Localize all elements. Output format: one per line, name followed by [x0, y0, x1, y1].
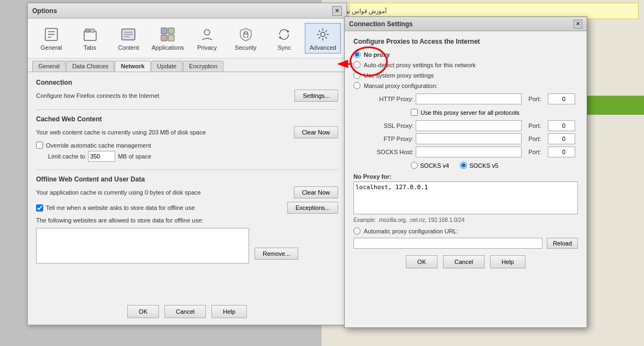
options-toolbar: General Tabs Content Applications	[28, 19, 346, 58]
offline-section: Offline Web Content and User Data Your a…	[36, 175, 338, 263]
http-proxy-input[interactable]	[416, 93, 522, 104]
tabs-icon	[81, 26, 99, 43]
auto-detect-radio[interactable]	[353, 61, 361, 68]
conn-help-button[interactable]: Help	[490, 255, 525, 268]
auto-url-radio[interactable]	[353, 227, 361, 234]
options-main-content: Connection Configure how Firefox connect…	[28, 72, 346, 278]
options-tabs-row: General Data Choices Network Update Encr…	[28, 58, 346, 72]
system-proxy-radio[interactable]	[353, 72, 361, 79]
security-icon	[237, 26, 255, 43]
ftp-port-input[interactable]	[548, 133, 575, 144]
socks-v5-radio[interactable]	[460, 162, 467, 169]
tab-network[interactable]: Network	[115, 61, 150, 72]
conn-dialog-title: Connection Settings	[349, 20, 413, 28]
use-proxy-row: Use this proxy server for all protocols	[411, 109, 578, 116]
svg-line-28	[319, 37, 321, 39]
general-icon	[43, 26, 60, 43]
ssl-proxy-label: SSL Proxy:	[364, 122, 413, 129]
tab-encryption[interactable]: Encryption	[183, 61, 223, 72]
offline-desc: Your application cache is currently usin…	[36, 189, 201, 196]
toolbar-item-general[interactable]: General	[33, 23, 69, 54]
exceptions-button[interactable]: Exceptions...	[287, 202, 338, 214]
conn-titlebar: Connection Settings ✕	[345, 17, 587, 31]
options-help-button[interactable]: Help	[211, 305, 247, 318]
radio-auto-detect: Auto-detect proxy settings for this netw…	[353, 61, 578, 68]
auto-url-input[interactable]	[353, 238, 542, 249]
conn-close-button[interactable]: ✕	[574, 20, 582, 28]
sync-icon	[275, 26, 293, 43]
settings-button[interactable]: Settings...	[294, 90, 338, 102]
ssl-port-input[interactable]	[548, 120, 575, 131]
socks-port-input[interactable]	[548, 146, 575, 157]
svg-marker-19	[279, 36, 281, 39]
svg-point-20	[321, 32, 325, 37]
tab-data-choices[interactable]: Data Choices	[66, 61, 114, 72]
example-text: Example: .mozilla.org, .net.nz, 192.168.…	[353, 217, 578, 223]
use-proxy-checkbox[interactable]	[411, 109, 418, 116]
tab-update[interactable]: Update	[151, 61, 182, 72]
radio-manual: Manual proxy configuration:	[353, 82, 578, 89]
toolbar-item-sync[interactable]: Sync	[267, 23, 303, 54]
offline-notify-checkbox[interactable]	[36, 204, 43, 212]
auto-url-label: Automatic proxy configuration URL:	[364, 228, 458, 234]
svg-marker-18	[287, 30, 289, 33]
radio-system-proxy: Use system proxy settings	[353, 72, 578, 79]
options-window: Options ✕ General Tabs Content	[27, 3, 347, 325]
toolbar-item-privacy[interactable]: Privacy	[189, 23, 225, 54]
ftp-proxy-input[interactable]	[416, 133, 522, 144]
options-bottom-buttons: OK Cancel Help	[28, 305, 346, 318]
toolbar-label-privacy: Privacy	[197, 44, 217, 51]
conn-body: Configure Proxies to Access the Internet…	[345, 31, 587, 275]
allowed-sites-textarea[interactable]	[36, 228, 249, 263]
tab-general[interactable]: General	[32, 61, 66, 72]
conn-heading: Configure Proxies to Access the Internet	[353, 38, 578, 45]
cached-clear-button[interactable]: Clear Now	[294, 126, 338, 138]
no-proxy-radio[interactable]	[353, 51, 361, 58]
manual-proxy-label: Manual proxy configuration:	[364, 83, 438, 89]
socks-version-row: SOCKS v4 SOCKS v5	[411, 162, 578, 169]
options-title: Options	[32, 7, 57, 15]
socks-host-input[interactable]	[416, 146, 522, 157]
connection-row: Configure how Firefox connects to the In…	[36, 90, 338, 102]
conn-cancel-button[interactable]: Cancel	[443, 255, 485, 268]
toolbar-item-tabs[interactable]: Tabs	[72, 23, 108, 54]
content-icon	[120, 26, 137, 43]
ssl-proxy-input[interactable]	[416, 120, 522, 131]
svg-rect-12	[168, 28, 174, 34]
toolbar-item-security[interactable]: Security	[228, 23, 264, 54]
privacy-icon	[198, 26, 216, 43]
options-close-button[interactable]: ✕	[332, 6, 342, 16]
limit-cache-input[interactable]	[88, 151, 115, 162]
toolbar-item-advanced[interactable]: Advanced	[305, 23, 341, 54]
options-ok-button[interactable]: OK	[127, 305, 159, 318]
toolbar-label-advanced: Advanced	[310, 44, 336, 51]
http-port-input[interactable]	[548, 93, 575, 104]
http-proxy-label: HTTP Proxy:	[364, 96, 413, 102]
manual-proxy-radio[interactable]	[353, 82, 361, 89]
offline-clear-button[interactable]: Clear Now	[294, 186, 338, 198]
conn-ok-button[interactable]: OK	[406, 255, 438, 268]
toolbar-item-content[interactable]: Content	[110, 23, 146, 54]
no-proxy-textarea[interactable]: localhost, 127.0.0.1	[353, 181, 578, 214]
socks-v5-label: SOCKS v5	[469, 162, 498, 169]
conn-bottom-buttons: OK Cancel Help	[353, 255, 578, 268]
proxy-fields-grid: HTTP Proxy: Port:	[364, 93, 578, 104]
socks-v4-radio[interactable]	[411, 162, 418, 169]
socks-port-label: Port:	[524, 149, 546, 155]
limit-cache-unit: MB of space	[118, 153, 151, 160]
override-cache-checkbox[interactable]	[36, 142, 43, 149]
cached-section: Cached Web Content Your web content cach…	[36, 115, 338, 162]
remove-button[interactable]: Remove...	[255, 248, 298, 260]
socks-host-label: SOCKS Host:	[364, 149, 413, 155]
reload-button[interactable]: Reload	[547, 238, 578, 249]
toolbar-item-applications[interactable]: Applications	[149, 23, 186, 54]
connection-desc: Configure how Firefox connects to the In…	[36, 92, 159, 99]
toolbar-label-general: General	[40, 44, 62, 51]
offline-notify-row: Tell me when a website asks to store dat…	[36, 204, 195, 212]
toolbar-label-security: Security	[235, 44, 257, 51]
auto-url-input-row: Reload	[353, 238, 578, 249]
options-cancel-button[interactable]: Cancel	[164, 305, 206, 318]
ssl-port-label: Port:	[524, 122, 546, 129]
svg-line-27	[326, 31, 327, 32]
ssl-ftp-socks-grid: SSL Proxy: Port: FTP Proxy: Port: SOCKS …	[364, 120, 578, 157]
